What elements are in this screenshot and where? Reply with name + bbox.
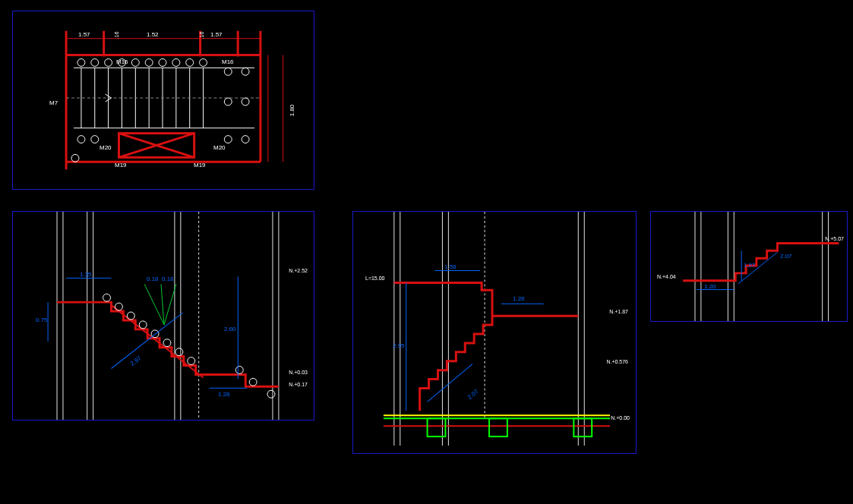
secb-lvl-tl: L=15.00 <box>365 276 385 281</box>
secc-lvl-r: N.+5.07 <box>825 236 844 241</box>
plan-m19-r: M19 <box>194 162 206 169</box>
svg-point-59 <box>127 312 134 320</box>
plan-dim-col-l: .16 <box>114 32 119 39</box>
svg-point-44 <box>77 136 85 143</box>
svg-point-40 <box>224 98 232 106</box>
svg-point-32 <box>131 58 139 66</box>
svg-point-34 <box>159 58 166 66</box>
seca-lvl-tr: N.+2.52 <box>289 268 308 273</box>
plan-dim-tm: 1.52 <box>147 31 159 38</box>
svg-point-64 <box>188 358 195 365</box>
secb-dim-riser: 1.58 <box>444 263 457 270</box>
seca-lvl-mr1: N.+0.03 <box>289 370 308 375</box>
plan-dim-tr: 1.57 <box>210 31 223 38</box>
secb-lvl-r2: N.+0.576 <box>606 359 628 364</box>
svg-point-38 <box>224 68 232 75</box>
svg-point-42 <box>224 136 232 143</box>
seca-dim-hr: 2.60 <box>224 326 236 332</box>
plan-dim-right: 1.80 <box>289 105 295 117</box>
svg-point-58 <box>115 303 122 310</box>
svg-point-36 <box>186 58 194 66</box>
viewport-plan: M7 M16 M16 M19 M19 M20 M20 1.57 1.52 1.5… <box>12 11 314 190</box>
secb-dim-h: 2.95 <box>393 342 405 349</box>
svg-point-45 <box>91 136 99 143</box>
svg-point-60 <box>139 321 147 329</box>
svg-rect-88 <box>573 418 592 436</box>
svg-point-33 <box>145 58 153 66</box>
viewport-section-b: L=15.00 N.+1.87 N.+0.576 N.+0.00 2.95 1.… <box>352 211 637 454</box>
secc-dim-landing: 1.20 <box>704 283 716 290</box>
svg-point-30 <box>105 58 112 66</box>
secc-lvl-l: N.+4.04 <box>657 274 676 279</box>
plan-m20-l: M20 <box>100 144 112 151</box>
seca-dim-riser: 0.18 <box>162 276 174 282</box>
svg-line-71 <box>112 313 183 368</box>
secb-lvl-b: N.+0.00 <box>611 415 630 421</box>
svg-rect-87 <box>489 418 507 436</box>
svg-point-28 <box>77 58 85 66</box>
svg-point-29 <box>91 58 99 66</box>
plan-m19-l: M19 <box>115 162 127 169</box>
svg-point-35 <box>172 58 180 66</box>
secb-dim-tread: 1.28 <box>513 295 525 302</box>
svg-line-56 <box>112 305 204 377</box>
plan-dim-tl: 1.57 <box>78 31 90 38</box>
secc-dim-riser: 1.57 <box>744 262 756 269</box>
svg-point-57 <box>103 294 111 301</box>
svg-line-92 <box>428 364 472 402</box>
svg-point-37 <box>200 58 207 66</box>
plan-dim-col-r: .16 <box>199 32 204 39</box>
svg-point-62 <box>163 339 171 347</box>
seca-dim-bot: 1.28 <box>218 391 230 398</box>
svg-point-67 <box>267 390 275 398</box>
svg-point-41 <box>242 98 249 106</box>
svg-point-39 <box>242 68 249 75</box>
svg-point-63 <box>175 348 183 356</box>
viewport-section-a: N.+2.52 N.+0.03 N.+0.17 2.97 0.75 2.60 1… <box>12 211 314 421</box>
viewport-section-c: N.+4.04 N.+5.07 1.20 2.07 1.57 <box>650 211 848 322</box>
seca-dim-hl: 0.75 <box>36 317 48 323</box>
plan-m7: M7 <box>49 99 58 106</box>
secb-lvl-r1: N.+1.87 <box>609 309 628 314</box>
plan-m16-l: M16 <box>116 58 128 65</box>
plan-m16-r: M16 <box>222 58 234 65</box>
seca-lvl-mr2: N.+0.17 <box>289 382 308 387</box>
svg-point-66 <box>249 378 257 386</box>
svg-point-43 <box>242 136 249 143</box>
plan-m20-r: M20 <box>213 144 226 151</box>
secc-dim-run: 2.07 <box>780 253 792 260</box>
svg-point-65 <box>235 367 243 374</box>
seca-dim-top: 1.35 <box>80 271 92 278</box>
seca-dim-tread: 0.18 <box>147 276 159 282</box>
